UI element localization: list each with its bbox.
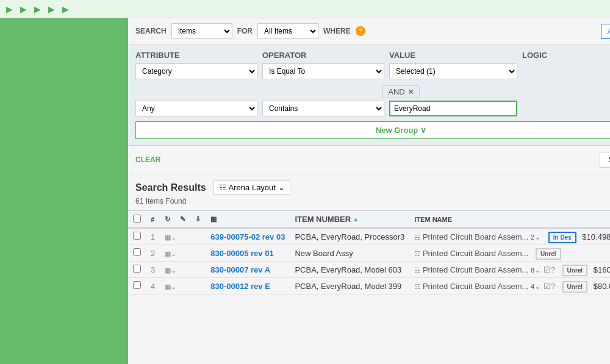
top-toolbar: ▶ ▶ ▶ ▶ ▶	[0, 0, 610, 18]
row-item-number[interactable]: 639-00075-02 rev 03	[206, 228, 290, 245]
for-select[interactable]: All Items	[257, 23, 318, 39]
filter-attr-2[interactable]: Any	[135, 101, 257, 116]
row-checkbox[interactable]	[128, 228, 146, 245]
th-download-icon[interactable]: ⇩	[190, 211, 206, 229]
table-row: 2 ▦⌄ 830-00005 rev 01 New Board Assy ☷ P…	[128, 245, 610, 262]
play-btn-2[interactable]: ▶	[20, 4, 27, 14]
select-all-checkbox[interactable]	[133, 215, 141, 223]
clear-button[interactable]: CLEAR	[135, 155, 160, 164]
row-icons: ▦⌄	[160, 262, 206, 278]
row-category: ☷ Printed Circuit Board Assem... 2⌄ In D…	[409, 228, 610, 245]
filter-op-2[interactable]: Contains	[262, 101, 384, 116]
content-area: SEARCH Items FOR All Items WHERE ? ADVAN…	[128, 18, 610, 364]
row-item-name: PCBA, EveryRoad, Model 399	[290, 278, 409, 294]
th-copy-icon[interactable]: ▦	[206, 211, 290, 229]
attr-header: ATTRIBUTE	[135, 51, 257, 60]
where-label: WHERE	[323, 27, 351, 35]
row-icons: ▦⌄	[160, 245, 206, 262]
row-item-number[interactable]: 830-00007 rev A	[206, 262, 290, 278]
results-header: Search Results ☷ Arena Layout ⌄	[128, 174, 610, 197]
filter-op-1[interactable]: Is Equal To	[262, 63, 384, 79]
row-category: ☷ Printed Circuit Board Assem... 4⌄ ☑? U…	[409, 278, 610, 294]
new-group-bar[interactable]: New Group ∨	[135, 121, 610, 139]
th-num: #	[146, 211, 160, 229]
search-bar: SEARCH Items FOR All Items WHERE ? ADVAN…	[128, 18, 610, 45]
and-chevron-icon: ✕	[407, 87, 414, 96]
row-checkbox[interactable]	[128, 278, 146, 294]
play-btn-3[interactable]: ▶	[34, 4, 41, 14]
row-icons: ▦⌄	[160, 278, 206, 294]
search-label: SEARCH	[135, 27, 167, 35]
search-select[interactable]: Items	[171, 23, 232, 39]
results-count: 61 Items Found	[128, 197, 610, 210]
row-checkbox[interactable]	[128, 245, 146, 262]
filter-val-1[interactable]: Selected (1)	[389, 63, 517, 79]
row-num: 2	[146, 245, 160, 262]
logic-header: LOGIC	[522, 51, 610, 60]
row-num: 3	[146, 262, 160, 278]
filter-headers: ATTRIBUTE OPERATOR VALUE LOGIC	[135, 51, 610, 60]
row-category: ☷ Printed Circuit Board Assem... 8⌄ ☑? U…	[409, 262, 610, 278]
layout-label: Arena Layout	[229, 183, 276, 192]
row-num: 1	[146, 228, 160, 245]
th-edit-icon[interactable]: ✎	[175, 211, 190, 229]
for-label: FOR	[237, 27, 253, 35]
row-item-name: PCBA, EveryRoad, Processor3	[290, 228, 409, 245]
play-btn-1[interactable]: ▶	[6, 4, 13, 14]
row-icons: ▦⌄	[160, 228, 206, 245]
op-header: OPERATOR	[262, 51, 384, 60]
table-row: 1 ▦⌄ 639-00075-02 rev 03 PCBA, EveryRoad…	[128, 228, 610, 245]
results-title: Search Results	[135, 182, 206, 193]
play-btn-5[interactable]: ▶	[62, 4, 69, 14]
table-header-row: # ↻ ✎ ⇩ ▦ ITEM NUMBER ▲ ITEM NAME CATEGO	[128, 211, 610, 229]
row-item-name: PCBA, EveryRoad, Model 603	[290, 262, 409, 278]
filter-attr-1[interactable]: Category	[135, 63, 257, 79]
save-button[interactable]: Save	[600, 152, 610, 168]
th-item-name: ITEM NAME	[409, 211, 610, 229]
results-table-wrap: # ↻ ✎ ⇩ ▦ ITEM NUMBER ▲ ITEM NAME CATEGO	[128, 210, 610, 364]
row-item-number[interactable]: 830-00005 rev 01	[206, 245, 290, 262]
th-refresh-icon[interactable]: ↻	[160, 211, 175, 229]
filter-row-2: Any Contains + −	[135, 101, 610, 116]
action-bar: CLEAR Save Go	[128, 146, 610, 174]
filter-row-1: Category Is Equal To Selected (1) + −	[135, 63, 610, 79]
filter-val-input-2[interactable]	[389, 101, 517, 116]
layout-chevron-icon: ⌄	[278, 183, 285, 192]
row-item-number[interactable]: 830-00012 rev E	[206, 278, 290, 294]
and-label[interactable]: AND ✕	[382, 85, 419, 98]
row-category: ☷ Printed Circuit Board Assem... Unrel	[409, 245, 610, 262]
advanced-button[interactable]: ADVANCED ⌄	[601, 24, 610, 39]
where-info-icon[interactable]: ?	[356, 26, 365, 36]
table-row: 4 ▦⌄ 830-00012 rev E PCBA, EveryRoad, Mo…	[128, 278, 610, 294]
layout-select[interactable]: ☷ Arena Layout ⌄	[214, 180, 290, 194]
play-btn-4[interactable]: ▶	[48, 4, 55, 14]
sort-arrow-icon: ▲	[353, 216, 359, 223]
results-table: # ↻ ✎ ⇩ ▦ ITEM NUMBER ▲ ITEM NAME CATEGO	[128, 210, 610, 294]
th-checkbox	[128, 211, 146, 229]
and-row: AND ✕ ✕	[135, 83, 610, 101]
row-num: 4	[146, 278, 160, 294]
th-item-number[interactable]: ITEM NUMBER ▲	[290, 211, 409, 229]
layout-icon: ☷	[219, 183, 226, 192]
val-header: VALUE	[389, 51, 517, 60]
row-item-name: New Board Assy	[290, 245, 409, 262]
row-checkbox[interactable]	[128, 262, 146, 278]
sidebar	[0, 18, 128, 364]
filter-area: ATTRIBUTE OPERATOR VALUE LOGIC Category …	[128, 45, 610, 146]
table-row: 3 ▦⌄ 830-00007 rev A PCBA, EveryRoad, Mo…	[128, 262, 610, 278]
